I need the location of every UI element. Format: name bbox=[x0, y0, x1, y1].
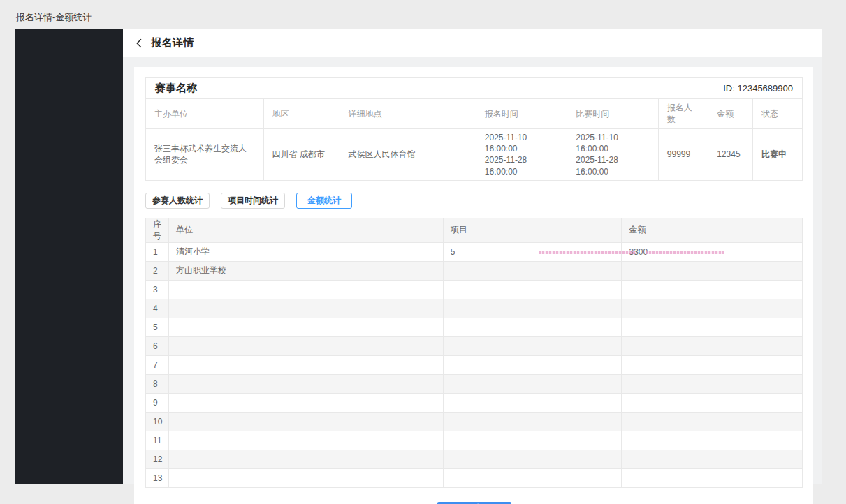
cell-amount bbox=[622, 412, 803, 431]
cell-unit bbox=[168, 468, 443, 487]
cell-amount bbox=[622, 355, 803, 374]
cell-no: 7 bbox=[146, 355, 169, 374]
event-match-time: 2025-11-10 16:00:00 – 2025-11-28 16:00:0… bbox=[567, 129, 659, 180]
event-column-header: 金额 bbox=[708, 99, 753, 129]
cell-unit bbox=[168, 299, 443, 318]
cell-amount bbox=[622, 393, 803, 412]
content-card: 赛事名称 ID: 12345689900 主办单位地区详细地点报名时间比赛时间报… bbox=[134, 67, 813, 504]
stats-tabs: 参赛人数统计项目时间统计金额统计 bbox=[145, 193, 803, 209]
table-row: 2方山职业学校 bbox=[146, 261, 803, 280]
topbar: 报名详情 bbox=[123, 29, 822, 57]
cell-unit bbox=[168, 318, 443, 336]
event-section-title: 赛事名称 bbox=[155, 82, 197, 95]
cell-no: 12 bbox=[146, 450, 169, 468]
match-time-line1: 2025-11-10 16:00:00 – bbox=[576, 132, 650, 154]
cell-project bbox=[443, 431, 622, 450]
cell-project bbox=[443, 280, 622, 299]
stats-column-header: 单位 bbox=[168, 218, 443, 242]
table-row: 13 bbox=[146, 468, 803, 487]
cell-amount bbox=[622, 336, 803, 355]
event-amount: 12345 bbox=[708, 129, 753, 180]
stats-header-row: 序号单位项目金额 bbox=[146, 218, 803, 242]
tab-button-1[interactable]: 项目时间统计 bbox=[221, 193, 285, 209]
cell-project bbox=[443, 355, 622, 374]
stats-column-header: 项目 bbox=[443, 218, 622, 242]
table-row: 8 bbox=[146, 374, 803, 393]
cell-unit bbox=[168, 355, 443, 374]
cell-project bbox=[443, 318, 622, 336]
cell-project bbox=[443, 374, 622, 393]
match-time-line2: 2025-11-28 16:00:00 bbox=[576, 154, 650, 177]
cell-no: 5 bbox=[146, 318, 169, 336]
cell-project bbox=[443, 468, 622, 487]
event-column-header: 报名时间 bbox=[476, 99, 567, 129]
event-table-header-row: 主办单位地区详细地点报名时间比赛时间报名人数金额状态 bbox=[146, 99, 802, 129]
cell-project bbox=[443, 299, 622, 318]
cell-no: 6 bbox=[146, 336, 169, 355]
cell-unit bbox=[168, 450, 443, 468]
cell-no: 10 bbox=[146, 412, 169, 431]
event-venue: 武侯区人民体育馆 bbox=[340, 129, 476, 180]
main-area: 报名详情 赛事名称 ID: 12345689900 主办单位地区详细地点报名时间… bbox=[123, 29, 822, 484]
event-column-header: 详细地点 bbox=[340, 99, 476, 129]
cell-unit bbox=[168, 412, 443, 431]
page-heading: 报名详情 bbox=[151, 36, 194, 50]
cell-project bbox=[443, 261, 622, 280]
cell-no: 1 bbox=[146, 242, 169, 261]
back-chevron-icon[interactable] bbox=[135, 38, 144, 48]
event-details-table: 主办单位地区详细地点报名时间比赛时间报名人数金额状态 张三丰杯武术养生交流大会组… bbox=[146, 99, 802, 180]
cell-amount: 3300 bbox=[622, 242, 803, 261]
event-values-row: 张三丰杯武术养生交流大会组委会 四川省 成都市 武侯区人民体育馆 2025-11… bbox=[146, 129, 802, 180]
cell-unit: 清河小学 bbox=[168, 242, 443, 261]
signup-time-line2: 2025-11-28 16:00:00 bbox=[485, 154, 559, 177]
cell-amount bbox=[622, 374, 803, 393]
cell-unit bbox=[168, 374, 443, 393]
stats-table-body: 1清河小学533002方山职业学校345678910111213 bbox=[146, 242, 803, 487]
cell-project bbox=[443, 450, 622, 468]
cell-amount bbox=[622, 431, 803, 450]
cell-project bbox=[443, 336, 622, 355]
event-column-header: 地区 bbox=[263, 99, 340, 129]
cell-no: 2 bbox=[146, 261, 169, 280]
tab-button-2[interactable]: 金额统计 bbox=[296, 193, 352, 209]
event-id: ID: 12345689900 bbox=[723, 83, 793, 94]
cell-project bbox=[443, 412, 622, 431]
cell-no: 11 bbox=[146, 431, 169, 450]
event-organizer: 张三丰杯武术养生交流大会组委会 bbox=[146, 129, 263, 180]
event-info-box: 赛事名称 ID: 12345689900 主办单位地区详细地点报名时间比赛时间报… bbox=[145, 77, 803, 181]
table-row: 6 bbox=[146, 336, 803, 355]
stats-column-header: 金额 bbox=[622, 218, 803, 242]
table-row: 12 bbox=[146, 450, 803, 468]
event-column-header: 状态 bbox=[753, 99, 802, 129]
table-row: 9 bbox=[146, 393, 803, 412]
page-title: 报名详情-金额统计 bbox=[16, 11, 92, 24]
table-row: 1清河小学53300 bbox=[146, 242, 803, 261]
sidebar bbox=[15, 29, 123, 484]
event-signup-count: 99999 bbox=[658, 129, 708, 180]
tab-button-0[interactable]: 参赛人数统计 bbox=[145, 193, 210, 209]
cell-amount bbox=[622, 261, 803, 280]
cell-amount bbox=[622, 318, 803, 336]
signup-time-line1: 2025-11-10 16:00:00 – bbox=[485, 132, 559, 154]
cell-amount bbox=[622, 450, 803, 468]
event-column-header: 主办单位 bbox=[146, 99, 263, 129]
event-region: 四川省 成都市 bbox=[263, 129, 340, 180]
cell-no: 9 bbox=[146, 393, 169, 412]
table-row: 3 bbox=[146, 280, 803, 299]
app-frame: 报名详情 赛事名称 ID: 12345689900 主办单位地区详细地点报名时间… bbox=[15, 29, 822, 484]
cell-amount bbox=[622, 299, 803, 318]
event-signup-time: 2025-11-10 16:00:00 – 2025-11-28 16:00:0… bbox=[476, 129, 567, 180]
cell-unit bbox=[168, 431, 443, 450]
cell-no: 13 bbox=[146, 468, 169, 487]
cell-project bbox=[443, 393, 622, 412]
cell-amount bbox=[622, 280, 803, 299]
cell-unit bbox=[168, 280, 443, 299]
stats-column-header: 序号 bbox=[146, 218, 169, 242]
table-row: 11 bbox=[146, 431, 803, 450]
cell-no: 3 bbox=[146, 280, 169, 299]
cell-no: 4 bbox=[146, 299, 169, 318]
cell-unit bbox=[168, 393, 443, 412]
event-column-header: 比赛时间 bbox=[567, 99, 659, 129]
table-row: 7 bbox=[146, 355, 803, 374]
table-row: 4 bbox=[146, 299, 803, 318]
